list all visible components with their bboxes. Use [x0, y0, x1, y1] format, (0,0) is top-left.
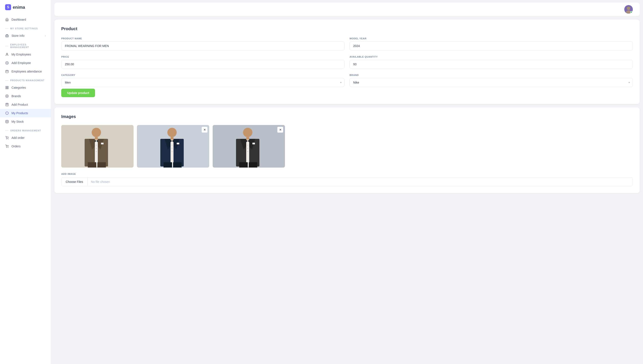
- sidebar-item-my-stock[interactable]: My Stock: [0, 117, 51, 126]
- brand-name: enima: [13, 5, 25, 10]
- svg-point-14: [6, 96, 8, 96]
- svg-point-13: [6, 94, 8, 98]
- product-name-input[interactable]: [61, 42, 344, 50]
- stock-icon: [5, 120, 9, 124]
- sidebar-item-label: My Stock: [12, 120, 24, 123]
- file-input-wrapper: Choose Files No file chosen: [61, 177, 633, 186]
- add-product-icon: [5, 103, 9, 106]
- online-indicator: [630, 11, 632, 13]
- svg-rect-35: [95, 137, 98, 140]
- svg-rect-5: [6, 70, 8, 73]
- sidebar-item-my-employees[interactable]: My Employees: [0, 50, 51, 59]
- sidebar-item-my-products[interactable]: My Products: [0, 109, 51, 117]
- sidebar-item-orders[interactable]: Orders: [0, 142, 51, 150]
- image-item-2: ✕: [137, 125, 209, 168]
- image-item-1: [61, 125, 134, 168]
- svg-point-49: [167, 128, 177, 137]
- svg-point-1: [6, 53, 8, 54]
- svg-rect-11: [7, 88, 8, 89]
- images-grid: ✕: [61, 125, 633, 168]
- sidebar-item-label: Brands: [12, 94, 21, 98]
- sidebar-item-add-product[interactable]: Add Product: [0, 100, 51, 109]
- sidebar-item-brands[interactable]: Brands: [0, 92, 51, 100]
- suit-image-2: [137, 125, 209, 168]
- category-group: CATEGORY Men Women Kids Accessories ▾: [61, 74, 344, 87]
- section-label-products: PRODUCTS MANAGEMENT: [0, 76, 51, 83]
- svg-rect-0: [6, 35, 8, 37]
- svg-point-44: [172, 145, 172, 146]
- suit-image-3: [213, 125, 285, 168]
- section-label-store: MY STORE SETTINGS: [0, 24, 51, 32]
- home-icon: [5, 18, 9, 22]
- topbar: [54, 2, 640, 16]
- add-circle-icon: [5, 61, 9, 65]
- section-label-employees: EMPLOYEES MANAGEMENT: [0, 40, 51, 50]
- svg-point-16: [6, 120, 8, 121]
- sidebar-item-employees-attendance[interactable]: Employees attendance: [0, 67, 51, 76]
- svg-point-59: [247, 145, 248, 146]
- sidebar-item-store-info[interactable]: Store Info ›: [0, 32, 51, 40]
- svg-rect-48: [173, 162, 182, 168]
- category-label: CATEGORY: [61, 74, 344, 76]
- sidebar-item-label: Add order: [12, 136, 24, 140]
- orders-icon: [5, 144, 9, 148]
- product-form-title: Product: [61, 26, 633, 31]
- svg-point-60: [247, 148, 248, 149]
- images-card: Images: [54, 107, 640, 193]
- images-title: Images: [61, 114, 633, 119]
- svg-rect-65: [246, 137, 249, 140]
- sidebar-item-add-employee[interactable]: Add Employee: [0, 59, 51, 67]
- product-form-grid: PRODUCT NAME MODEL YEAR PRICE AVAILABLE …: [61, 37, 633, 87]
- remove-image-3-button[interactable]: ✕: [277, 127, 283, 133]
- main-content: Product PRODUCT NAME MODEL YEAR PRICE: [51, 0, 643, 364]
- sidebar-item-label: Store Info: [12, 34, 24, 38]
- brand-select[interactable]: Nike Adidas Puma Zara: [350, 78, 633, 87]
- svg-point-30: [96, 148, 97, 149]
- category-select-wrapper: Men Women Kids Accessories ▾: [61, 78, 344, 87]
- brands-icon: [5, 94, 9, 98]
- sidebar-item-label: Add Employee: [12, 61, 31, 65]
- update-product-button[interactable]: Update product: [61, 89, 95, 97]
- svg-rect-32: [88, 162, 96, 168]
- sidebar: S enima Dashboard MY STORE SETTINGS Stor…: [0, 0, 51, 364]
- model-year-input[interactable]: [350, 42, 633, 50]
- brand-label: BRAND: [350, 74, 633, 76]
- image-item-3: ✕: [213, 125, 285, 168]
- user-avatar-button[interactable]: [624, 5, 633, 14]
- svg-rect-62: [239, 162, 248, 168]
- sidebar-item-label: Dashboard: [12, 18, 26, 21]
- svg-point-22: [627, 6, 630, 10]
- svg-point-45: [172, 148, 172, 149]
- svg-point-34: [92, 128, 101, 137]
- sidebar-item-label: Employees attendance: [12, 70, 42, 73]
- sidebar-item-label: Add Product: [12, 103, 28, 106]
- svg-rect-53: [177, 143, 179, 144]
- svg-rect-50: [170, 137, 174, 140]
- sidebar-item-dashboard[interactable]: Dashboard: [0, 15, 51, 24]
- sidebar-item-label: Categories: [12, 86, 26, 89]
- suit-image-1: [61, 125, 134, 168]
- model-year-group: MODEL YEAR: [350, 37, 633, 50]
- choose-files-button[interactable]: Choose Files: [62, 178, 88, 186]
- logo[interactable]: S enima: [0, 4, 51, 15]
- chevron-right-icon: ›: [45, 34, 46, 37]
- sidebar-item-categories[interactable]: Categories: [0, 83, 51, 92]
- price-input[interactable]: [61, 60, 344, 69]
- remove-image-2-button[interactable]: ✕: [202, 127, 208, 133]
- my-products-icon: [5, 111, 9, 115]
- svg-rect-12: [6, 88, 7, 89]
- price-group: PRICE: [61, 56, 344, 69]
- category-select[interactable]: Men Women Kids Accessories: [61, 78, 344, 87]
- svg-point-18: [8, 139, 8, 139]
- sidebar-item-add-order[interactable]: Add order: [0, 134, 51, 142]
- attendance-icon: [5, 70, 9, 73]
- product-name-group: PRODUCT NAME: [61, 37, 344, 50]
- quantity-input[interactable]: [350, 60, 633, 69]
- quantity-label: AVAILABLE QUANTITY: [350, 56, 633, 58]
- svg-rect-47: [164, 162, 172, 168]
- quantity-group: AVAILABLE QUANTITY: [350, 56, 633, 69]
- product-name-label: PRODUCT NAME: [61, 37, 344, 40]
- add-image-label: ADD IMAGE: [61, 173, 633, 175]
- file-name-display: No file chosen: [88, 178, 113, 186]
- product-form-card: Product PRODUCT NAME MODEL YEAR PRICE: [54, 20, 640, 104]
